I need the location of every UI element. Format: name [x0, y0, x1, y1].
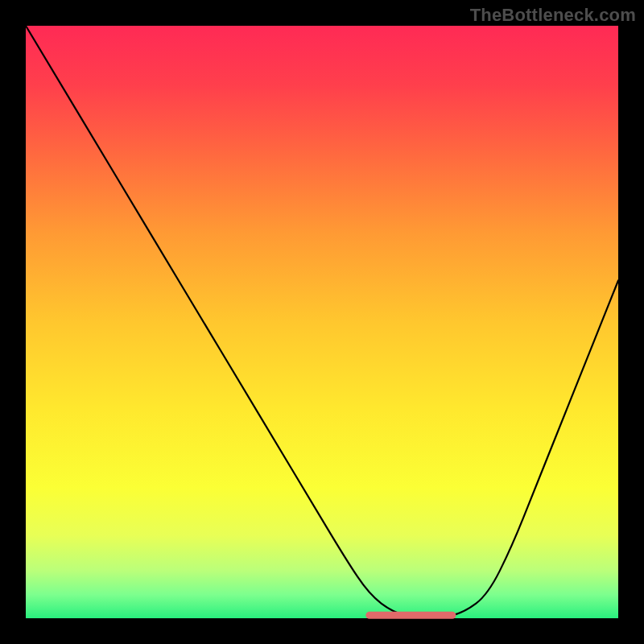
- plot-area: [26, 26, 618, 618]
- watermark-text: TheBottleneck.com: [470, 5, 636, 26]
- chart-frame: TheBottleneck.com: [0, 0, 644, 644]
- bottleneck-curve: [26, 26, 618, 618]
- chart-svg: [26, 26, 618, 618]
